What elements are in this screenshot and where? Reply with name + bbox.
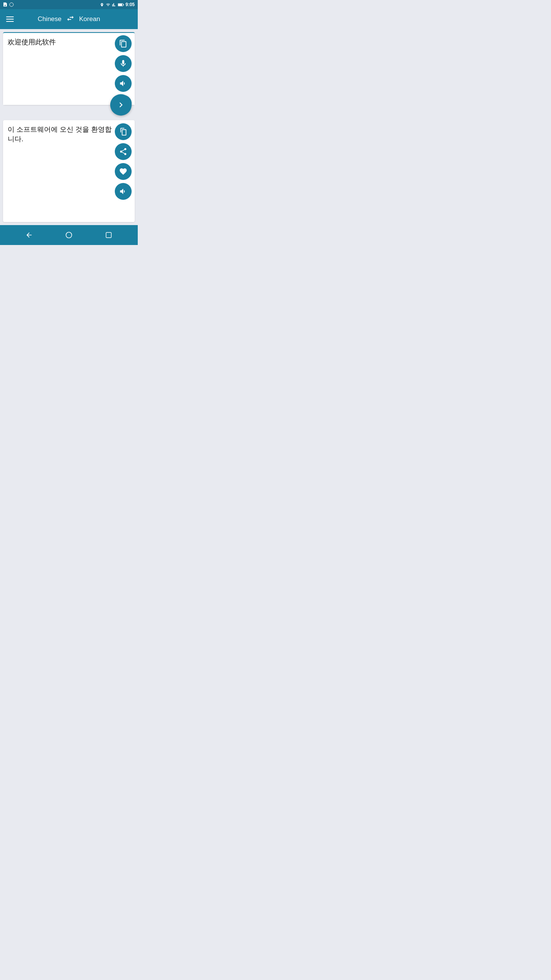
battery-icon (118, 3, 124, 7)
time-display: 9:05 (126, 2, 135, 7)
translate-button[interactable] (110, 94, 132, 116)
target-action-buttons (115, 123, 132, 200)
target-panel: 이 소프트웨어에 오신 것을 환영합니다. (3, 120, 135, 222)
main-content: 이 소프트웨어에 오신 것을 환영합니다. (0, 29, 138, 225)
back-button[interactable] (21, 227, 37, 243)
status-right-icons: 9:05 (100, 2, 135, 7)
svg-rect-3 (118, 3, 122, 5)
signal-icon (112, 3, 116, 7)
recent-apps-button[interactable] (101, 227, 116, 243)
location-icon (100, 3, 104, 7)
home-button[interactable] (61, 227, 77, 243)
wifi-icon (106, 3, 111, 7)
svg-point-4 (66, 232, 72, 238)
status-left-icons (3, 2, 14, 7)
clipboard-button[interactable] (115, 35, 132, 52)
copy-translation-button[interactable] (115, 123, 132, 140)
swap-languages-button[interactable] (66, 14, 75, 24)
circle-icon (9, 2, 14, 7)
share-button[interactable] (115, 143, 132, 160)
bottom-navigation (0, 225, 138, 245)
source-speaker-button[interactable] (115, 75, 132, 92)
target-speaker-button[interactable] (115, 183, 132, 200)
source-language-button[interactable]: Chinese (37, 15, 61, 23)
toolbar: Chinese Korean (0, 9, 138, 29)
svg-point-0 (10, 3, 13, 7)
source-panel (3, 32, 135, 105)
language-selector: Chinese Korean (37, 14, 100, 24)
svg-rect-2 (123, 4, 124, 5)
hamburger-menu-button[interactable] (6, 16, 14, 22)
status-bar: 9:05 (0, 0, 138, 9)
sim-card-icon (3, 2, 8, 7)
microphone-button[interactable] (115, 55, 132, 72)
favorite-button[interactable] (115, 163, 132, 180)
svg-rect-5 (106, 232, 111, 238)
target-language-button[interactable]: Korean (79, 15, 100, 23)
